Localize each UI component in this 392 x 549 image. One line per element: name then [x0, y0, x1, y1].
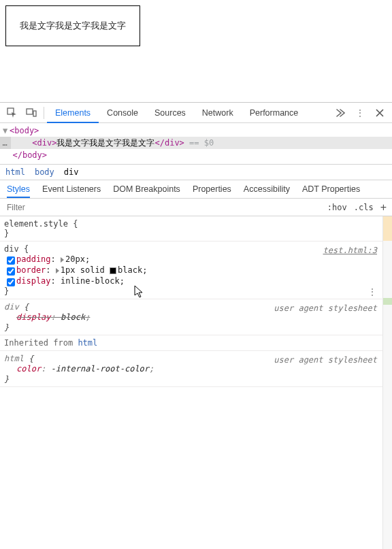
device-toggle-icon[interactable] — [22, 103, 41, 122]
inherited-from-header: Inherited from html — [0, 335, 382, 351]
cls-toggle[interactable]: .cls — [354, 203, 374, 212]
styles-list: element.style { } test.html:3 div { padd… — [0, 216, 382, 549]
decl-display[interactable]: display: inline-block; — [4, 276, 378, 286]
tab-performance[interactable]: Performance — [242, 103, 307, 123]
devtools-tabbar: Elements Console Sources Network Perform… — [0, 103, 392, 123]
add-rule-icon[interactable]: + — [380, 201, 387, 214]
decl-color: color: -internal-root-color; — [4, 363, 378, 374]
tab-network[interactable]: Network — [194, 103, 242, 123]
dom-tree[interactable]: ▼<body> <div>我是文字我是文字我是文字</div> == $0 </… — [0, 123, 392, 165]
more-tabs-icon[interactable] — [331, 103, 350, 122]
styles-filter-input[interactable] — [5, 199, 327, 216]
close-icon[interactable] — [370, 103, 389, 122]
subtab-dom-breakpoints[interactable]: DOM Breakpoints — [113, 184, 180, 194]
rule-element-style[interactable]: element.style { } — [0, 216, 382, 242]
crumb-body[interactable]: body — [35, 167, 54, 177]
decl-toggle[interactable] — [7, 278, 15, 286]
crumb-html[interactable]: html — [5, 167, 25, 177]
devtools-panel: Elements Console Sources Network Perform… — [0, 102, 392, 549]
subtab-styles[interactable]: Styles — [7, 184, 30, 198]
settings-kebab-icon[interactable]: ⋮ — [353, 107, 368, 118]
rule-ua-div: user agent stylesheet div { display: blo… — [0, 299, 382, 335]
subtab-event-listeners[interactable]: Event Listeners — [42, 184, 101, 194]
decl-padding[interactable]: padding: 20px; — [4, 254, 378, 265]
dom-selected-div[interactable]: <div>我是文字我是文字我是文字</div> == $0 — [0, 137, 392, 149]
rendered-page: 我是文字我是文字我是文字 — [0, 0, 392, 102]
rule-ua-html: user agent stylesheet html { color: -int… — [0, 351, 382, 387]
overview-strip[interactable] — [382, 216, 392, 549]
tab-sources[interactable]: Sources — [146, 103, 194, 123]
styles-filter-row: :hov .cls + — [0, 199, 392, 216]
decl-toggle[interactable] — [7, 256, 15, 265]
hov-toggle[interactable]: :hov — [327, 203, 347, 212]
decl-border[interactable]: border: 1px solid black; — [4, 265, 378, 276]
color-swatch-icon[interactable] — [110, 267, 116, 274]
tab-elements[interactable]: Elements — [47, 103, 99, 123]
styles-subtabs: Styles Event Listeners DOM Breakpoints P… — [0, 180, 392, 199]
decl-display-overridden: display: block; — [4, 312, 378, 322]
dom-body-close[interactable]: </body> — [0, 149, 392, 161]
crumb-div[interactable]: div — [64, 167, 79, 177]
svg-rect-1 — [27, 109, 33, 114]
subtab-properties[interactable]: Properties — [193, 184, 231, 194]
inspect-icon[interactable] — [3, 103, 22, 122]
rule-more-icon[interactable]: ⋮ — [365, 286, 380, 297]
svg-rect-2 — [33, 111, 36, 116]
dom-body-open[interactable]: ▼<body> — [0, 124, 392, 137]
rule-div[interactable]: test.html:3 div { padding: 20px; border:… — [0, 242, 382, 299]
subtab-adt-properties[interactable]: ADT Properties — [302, 184, 360, 194]
subtab-accessibility[interactable]: Accessibility — [244, 184, 290, 194]
demo-div: 我是文字我是文字我是文字 — [5, 5, 140, 46]
breadcrumb: html body div — [0, 165, 392, 180]
tab-console[interactable]: Console — [99, 103, 146, 123]
decl-toggle[interactable] — [7, 267, 15, 276]
